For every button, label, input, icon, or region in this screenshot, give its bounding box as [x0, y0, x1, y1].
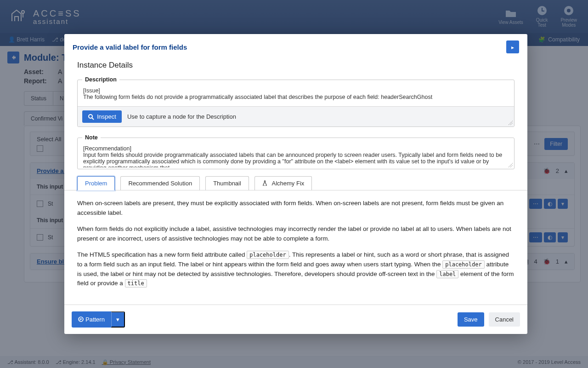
pattern-icon: P — [78, 316, 84, 322]
modal-footer: PPattern ▾ Save Cancel — [64, 305, 527, 334]
code-title: title — [125, 279, 147, 288]
note-textarea[interactable] — [78, 141, 514, 167]
pattern-dropdown-toggle[interactable]: ▾ — [111, 311, 125, 328]
problem-para-3: The HTML5 specification has a new form f… — [77, 250, 514, 289]
code-label: label — [436, 270, 458, 278]
svg-text:P: P — [79, 317, 82, 322]
code-placeholder: placeholder — [247, 251, 288, 259]
modal-collapse-button[interactable] — [506, 40, 519, 53]
resize-handle-icon[interactable] — [508, 121, 513, 125]
tab-problem[interactable]: Problem — [77, 176, 115, 190]
problem-tab-content: When on-screen labels are present, they … — [77, 190, 514, 298]
description-group: Description Inspect Use to capture a nod… — [77, 76, 514, 127]
description-textarea[interactable] — [78, 83, 514, 105]
description-legend: Description — [82, 76, 119, 83]
save-button[interactable]: Save — [458, 312, 484, 327]
modal-title: Provide a valid label for form fields — [73, 43, 187, 51]
cancel-button[interactable]: Cancel — [489, 312, 520, 327]
tab-alchemy-fix[interactable]: Alchemy Fix — [254, 176, 312, 190]
problem-para-2: When form fields do not explicitly inclu… — [77, 224, 514, 244]
note-group: Note — [77, 134, 514, 169]
tab-thumbnail[interactable]: Thumbnail — [205, 176, 249, 190]
flask-icon — [262, 180, 269, 187]
tab-recommended-solution[interactable]: Recommended Solution — [120, 176, 200, 190]
svg-point-6 — [89, 115, 92, 118]
target-icon — [88, 114, 94, 120]
code-placeholder: placeholder — [442, 260, 484, 269]
inspect-hint: Use to capture a node for the Descriptio… — [127, 113, 236, 120]
inspect-bar: Inspect Use to capture a node for the De… — [78, 106, 514, 126]
inspect-button[interactable]: Inspect — [82, 110, 122, 123]
note-legend: Note — [82, 134, 101, 141]
svg-line-7 — [92, 118, 94, 120]
pattern-split-button: PPattern ▾ — [72, 311, 125, 328]
chevron-right-icon — [511, 44, 514, 51]
pattern-button[interactable]: PPattern — [72, 311, 111, 328]
resize-handle-icon[interactable] — [508, 163, 513, 167]
modal-tabs: Problem Recommended Solution Thumbnail A… — [64, 176, 527, 190]
section-title: Instance Details — [77, 61, 514, 70]
problem-para-1: When on-screen labels are present, they … — [77, 199, 514, 218]
instance-details-modal: Provide a valid label for form fields In… — [64, 34, 527, 334]
